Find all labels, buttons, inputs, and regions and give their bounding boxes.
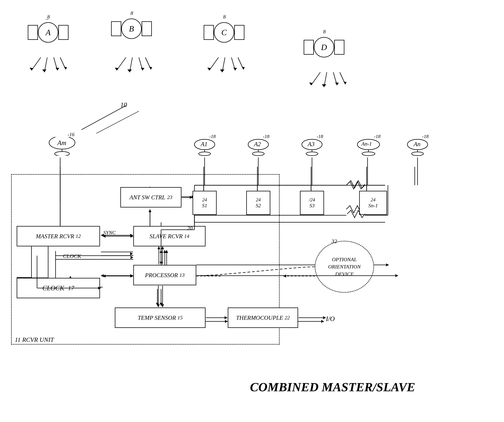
ref-10-label: 10 xyxy=(120,101,127,109)
antenna-am-ref: -16 xyxy=(68,132,74,137)
svg-marker-30 xyxy=(335,82,339,85)
svg-marker-31 xyxy=(343,81,347,84)
antenna-a2: A2 -18 xyxy=(246,139,270,158)
device-a-circle: A xyxy=(38,22,58,43)
svg-marker-14 xyxy=(141,68,144,70)
footer-title: COMBINED MASTER/SLAVE xyxy=(250,380,415,394)
svg-line-10 xyxy=(139,57,143,70)
svg-marker-72 xyxy=(321,320,324,323)
device-d: D 8 xyxy=(304,37,344,57)
ref-32-label: 32 xyxy=(331,238,337,244)
svg-marker-15 xyxy=(149,67,152,69)
svg-marker-4 xyxy=(30,68,33,70)
orientation-device: OPTIONALORIENTATIONDEVICE xyxy=(315,241,374,293)
svg-line-16 xyxy=(209,57,218,70)
antenna-an-label: An xyxy=(414,141,420,148)
svg-line-2 xyxy=(54,57,57,70)
svg-line-11 xyxy=(145,57,151,69)
svg-line-1 xyxy=(44,57,47,72)
svg-line-18 xyxy=(231,57,235,70)
sn1-block: 24 Sn-1 xyxy=(359,191,387,215)
ant-sw-ctrl-ref: 23 xyxy=(167,194,172,200)
antenna-an1: An-1 -18 xyxy=(355,139,381,158)
master-rcvr-block: MASTER RCVR 12 xyxy=(17,226,100,246)
svg-marker-87 xyxy=(386,263,389,266)
thermocouple-block: THERMOCOUPLE 22 xyxy=(228,307,298,328)
svg-marker-6 xyxy=(55,68,59,70)
s1-top-ref: 24 xyxy=(202,197,207,203)
svg-line-0 xyxy=(31,57,41,70)
svg-marker-7 xyxy=(64,67,67,69)
antenna-a1-label: A1 xyxy=(201,141,208,148)
svg-marker-28 xyxy=(309,82,313,85)
svg-line-3 xyxy=(60,57,66,69)
temp-sensor-block: TEMP SENSOR 15 xyxy=(115,307,205,328)
sn1-top-ref: 24 xyxy=(371,197,376,203)
antenna-an1-ref: -18 xyxy=(374,134,380,139)
diagram: A 8 _ B 8 C 8 xyxy=(0,0,504,422)
io-label: I/O xyxy=(326,315,335,323)
s2-block: 24 S2 xyxy=(246,191,270,215)
slave-rcvr-block: SLAVE RCVR 14 xyxy=(133,226,205,246)
device-b-circle: B xyxy=(121,18,142,39)
rcvr-unit-label: 11 RCVR UNIT xyxy=(15,336,54,343)
device-b-ref: 8 xyxy=(131,10,133,16)
svg-marker-21 xyxy=(220,69,224,72)
svg-marker-29 xyxy=(322,84,326,87)
sync-label: SYNC xyxy=(103,230,116,236)
antenna-a2-ref: -18 xyxy=(263,134,270,139)
svg-point-100 xyxy=(199,152,210,156)
antenna-a3-ref: -18 xyxy=(317,134,323,139)
slave-rcvr-ref: 14 xyxy=(184,233,189,239)
antenna-an: An -18 xyxy=(406,139,430,158)
svg-marker-139 xyxy=(323,316,326,319)
antenna-a2-label: A2 xyxy=(254,141,261,148)
clock-sync-label: CLOCK xyxy=(63,253,81,259)
svg-line-32 xyxy=(81,106,126,130)
svg-marker-12 xyxy=(115,68,119,70)
svg-point-106 xyxy=(306,152,318,156)
svg-marker-77 xyxy=(283,275,286,277)
processor-ref: 13 xyxy=(180,272,185,278)
s3-block: /24 S3 xyxy=(300,191,324,215)
antenna-a1-ref: -18 xyxy=(209,134,216,139)
s2-top-ref: 24 xyxy=(256,197,261,203)
device-c-ref: 8 xyxy=(223,14,226,20)
clock-ref: 17 xyxy=(68,285,74,292)
device-c: C 8 xyxy=(204,22,244,43)
svg-line-94 xyxy=(96,111,139,133)
antenna-am: Am -16 xyxy=(47,137,77,156)
processor-block: PROCESSOR 13 xyxy=(133,265,196,285)
svg-point-103 xyxy=(252,152,264,156)
svg-marker-13 xyxy=(127,69,132,72)
svg-line-8 xyxy=(117,57,126,70)
master-rcvr-ref: 12 xyxy=(76,233,81,239)
antenna-an-ref: -18 xyxy=(422,134,429,139)
svg-marker-23 xyxy=(242,67,245,69)
thermocouple-ref: 22 xyxy=(285,315,290,321)
svg-point-97 xyxy=(55,152,69,156)
antenna-am-label: Am xyxy=(57,139,66,147)
ant-sw-ctrl-block: ANT SW CTRL 23 xyxy=(120,187,181,208)
antenna-a1: A1 -18 xyxy=(192,139,217,158)
svg-line-27 xyxy=(340,72,345,84)
s1-block: 24 S1 xyxy=(192,191,217,215)
antenna-a3-label: A3 xyxy=(308,141,315,148)
svg-marker-20 xyxy=(207,68,211,70)
temp-sensor-ref: 15 xyxy=(177,315,183,321)
s3-top-ref: /24 xyxy=(309,197,315,203)
device-d-circle: D xyxy=(314,37,334,57)
svg-marker-5 xyxy=(42,69,46,72)
ref-20-label: 20 xyxy=(187,225,192,231)
svg-line-17 xyxy=(222,57,225,72)
svg-marker-22 xyxy=(233,68,237,70)
svg-line-26 xyxy=(333,72,337,85)
svg-line-25 xyxy=(324,72,327,87)
svg-line-9 xyxy=(130,57,132,72)
device-b: B 8 xyxy=(111,18,152,39)
antenna-an1-label: An-1 xyxy=(361,141,372,147)
clock-block: CLOCK 17 xyxy=(17,278,100,298)
svg-line-19 xyxy=(238,57,244,69)
device-a: A 8 _ xyxy=(28,22,68,43)
svg-line-24 xyxy=(311,72,320,85)
